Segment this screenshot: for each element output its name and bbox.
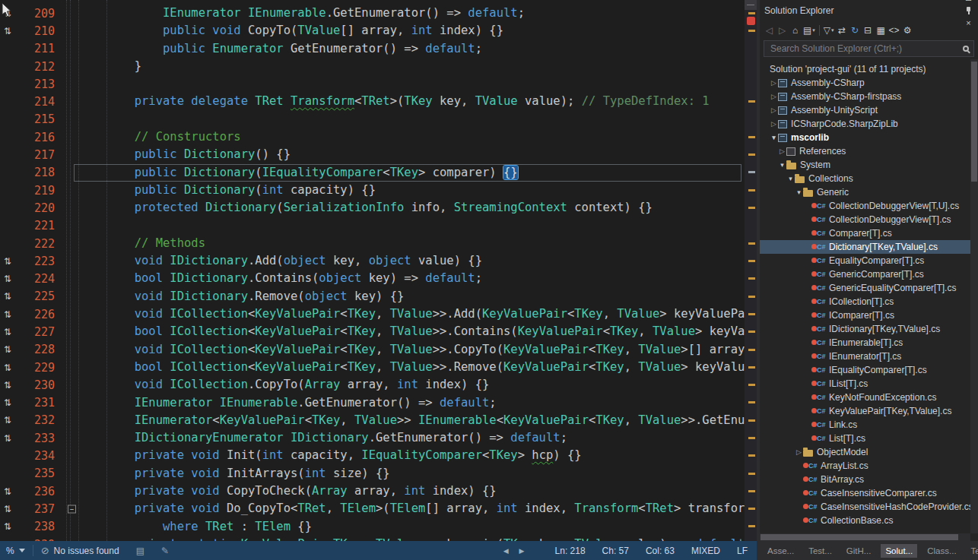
code-line[interactable]: 213 (0, 75, 745, 93)
reference-arrows-icon[interactable]: ⇅ (0, 486, 20, 497)
reference-arrows-icon[interactable]: ⇅ (0, 380, 20, 391)
line-number[interactable]: 234 (20, 449, 55, 463)
fold-collapse-icon[interactable]: − (68, 505, 76, 513)
tree-item[interactable]: IList[T].cs (760, 377, 970, 391)
line-number[interactable]: 220 (20, 201, 55, 215)
reference-arrows-icon[interactable]: ⇅ (0, 433, 20, 444)
tree-item[interactable]: IComparer[T].cs (760, 308, 970, 322)
scrollbar-annotations[interactable] (745, 0, 757, 541)
code-line[interactable]: ⇅226 void ICollection<KeyValuePair<TKey,… (0, 305, 745, 323)
tree-item[interactable]: ▷References (760, 144, 970, 158)
tree-item[interactable]: ICollection[T].cs (760, 295, 970, 308)
expander-icon[interactable]: ▷ (770, 106, 778, 114)
expander-icon[interactable]: ▷ (770, 79, 778, 87)
line-number[interactable]: 210 (20, 24, 55, 38)
reference-arrows-icon[interactable]: ⇅ (0, 291, 20, 302)
tree-item[interactable]: ▾Collections (760, 172, 970, 185)
tree-item[interactable]: CaseInsensitiveComparer.cs (760, 486, 970, 500)
line-number[interactable]: 226 (20, 308, 55, 321)
code-line[interactable]: 218 public Dictionary(IEqualityComparer<… (0, 164, 745, 182)
tree-item[interactable]: IEqualityComparer[T].cs (760, 363, 970, 377)
tool-window-tab[interactable]: Test... (804, 544, 837, 558)
line-number[interactable]: 215 (20, 112, 55, 126)
code-line[interactable]: ⇅210 public void CopyTo(TValue[] array, … (0, 22, 745, 40)
code-line[interactable]: ⇅224 bool IDictionary.Contains(object ke… (0, 270, 745, 287)
expander-icon[interactable]: ▷ (770, 93, 778, 100)
code-line[interactable]: 215 (0, 111, 745, 128)
expander-icon[interactable]: ▾ (786, 175, 795, 182)
line-number[interactable]: 212 (20, 60, 55, 74)
search-input[interactable] (769, 43, 959, 55)
line-number[interactable]: 233 (20, 432, 55, 445)
code-line[interactable]: 239 private static KeyValuePair<TKey, TV… (0, 536, 745, 541)
tree-item[interactable]: Comparer[T].cs (760, 226, 970, 240)
line-number[interactable]: 224 (20, 272, 55, 286)
tree-item[interactable]: CollectionBase.cs (760, 514, 970, 527)
status-line[interactable]: Ln: 218 (555, 546, 586, 556)
line-number[interactable]: 211 (20, 42, 55, 55)
reference-arrows-icon[interactable]: ⇅ (0, 274, 20, 284)
code-line[interactable]: 212 } (0, 58, 745, 75)
code-line[interactable]: 221 (0, 217, 745, 235)
reference-arrows-icon[interactable]: ⇅ (0, 327, 20, 337)
expander-icon[interactable]: ▷ (770, 120, 778, 128)
expander-icon[interactable]: ▾ (770, 134, 778, 141)
tool-window-tab[interactable]: Class... (922, 544, 961, 558)
tree-item[interactable]: ArrayList.cs (760, 459, 970, 473)
edit-pencil-icon[interactable]: ✎ (161, 546, 169, 556)
code-line[interactable]: ⇅223 void IDictionary.Add(object key, ob… (0, 252, 745, 270)
reference-arrows-icon[interactable]: ⇅ (0, 309, 20, 320)
nav-back-icon[interactable]: ◁ (763, 24, 776, 37)
line-number[interactable]: 232 (20, 413, 55, 427)
tree-item[interactable]: ▷ICSharpCode.SharpZipLib (760, 117, 970, 131)
line-number[interactable]: 209 (20, 7, 55, 21)
view-selector-icon[interactable]: ▤▾ (802, 24, 817, 37)
code-line[interactable]: ⇅238 where TRet : TElem {} (0, 518, 745, 536)
line-number[interactable]: 235 (20, 467, 55, 480)
line-number[interactable]: 219 (20, 184, 55, 198)
tree-item[interactable]: KeyNotFoundException.cs (760, 391, 970, 404)
line-number[interactable]: 216 (20, 131, 55, 144)
line-number[interactable]: 239 (20, 538, 55, 541)
tree-item[interactable]: ▾System (760, 158, 970, 172)
code-line[interactable]: ⇅209 IEnumerator IEnumerable.GetEnumerat… (0, 5, 745, 22)
code-line[interactable]: 214 private delegate TRet Transform<TRet… (0, 93, 745, 110)
tree-item[interactable]: Link.cs (760, 418, 970, 432)
search-icon[interactable] (963, 46, 969, 52)
search-box[interactable] (764, 40, 974, 57)
tree-item[interactable]: ▷Assembly-CSharp (760, 76, 970, 90)
line-number[interactable]: 228 (20, 343, 55, 356)
tool-window-tab[interactable]: Asse... (763, 544, 799, 558)
line-number[interactable]: 227 (20, 325, 55, 339)
reference-arrows-icon[interactable]: ⇅ (0, 521, 20, 532)
tree-item[interactable]: KeyValuePair[TKey,TValue].cs (760, 404, 970, 418)
code-line[interactable]: ⇅227 bool ICollection<KeyValuePair<TKey,… (0, 323, 745, 340)
tree-item[interactable]: GenericComparer[T].cs (760, 267, 970, 281)
reference-arrows-icon[interactable]: ⇅ (0, 415, 20, 426)
status-char[interactable]: Ch: 57 (602, 546, 629, 556)
tool-window-tab[interactable]: GitH... (842, 544, 876, 558)
tree-item[interactable]: ▷Assembly-UnityScript (760, 103, 970, 117)
code-line[interactable]: ⇅232 IEnumerator<KeyValuePair<TKey, TVal… (0, 412, 745, 429)
code-editor[interactable]: ⇅209 IEnumerator IEnumerable.GetEnumerat… (0, 0, 757, 541)
code-line[interactable]: 220 protected Dictionary(SerializationIn… (0, 199, 745, 217)
show-all-files-icon[interactable]: ▦ (875, 24, 888, 37)
code-line[interactable]: ⇅230 void ICollection.CopyTo(Array array… (0, 376, 745, 394)
tree-item[interactable]: EqualityComparer[T].cs (760, 254, 970, 267)
tool-window-tab[interactable]: Tea... (967, 544, 978, 558)
scroll-right-icon[interactable]: ▶ (519, 547, 525, 555)
line-number[interactable]: 217 (20, 148, 55, 162)
tree-item[interactable]: CollectionDebuggerView[T,U].cs (760, 199, 970, 213)
tree-item[interactable]: CaseInsensitiveHashCodeProvider.cs (760, 500, 970, 514)
tree-item[interactable]: ▷Assembly-CSharp-firstpass (760, 90, 970, 103)
document-icon[interactable]: ▤ (136, 546, 144, 556)
code-line[interactable]: ⇅228 void ICollection<KeyValuePair<TKey,… (0, 341, 745, 359)
code-line[interactable]: ⇅225 void IDictionary.Remove(object key)… (0, 288, 745, 305)
code-line[interactable]: ⇅231 IEnumerator IEnumerable.GetEnumerat… (0, 394, 745, 412)
tree-item[interactable]: ▾mscorlib (760, 131, 970, 144)
reference-arrows-icon[interactable]: ⇅ (0, 504, 20, 514)
line-number[interactable]: 238 (20, 520, 55, 533)
reference-arrows-icon[interactable]: ⇅ (0, 397, 20, 408)
line-number[interactable]: 213 (20, 78, 55, 91)
code-line[interactable]: 234 private void Init(int capacity, IEqu… (0, 447, 745, 464)
